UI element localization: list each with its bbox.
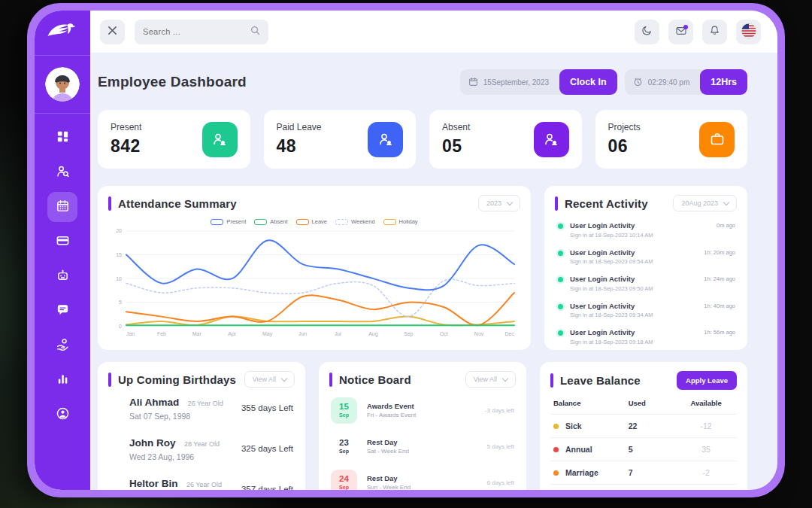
- notice-item[interactable]: 23 Sep Rest Day Sat - Week End 5 days le…: [329, 428, 516, 464]
- birthday-name: John Roy: [129, 437, 176, 449]
- view-all-value: View All: [253, 376, 276, 383]
- app-logo[interactable]: [35, 11, 90, 56]
- notifications-button[interactable]: [702, 20, 727, 44]
- notice-item[interactable]: 15 Sep Awards Event Fri - Awards Event -…: [329, 392, 516, 428]
- table-row[interactable]: Annual 5 35: [550, 437, 737, 461]
- svg-text:10: 10: [116, 276, 122, 281]
- legend-item: Weekend: [335, 218, 375, 225]
- messages-button[interactable]: [668, 20, 693, 44]
- sidebar-item-payroll[interactable]: [47, 330, 77, 360]
- stat-label: Paid Leave: [277, 122, 322, 132]
- activity-item[interactable]: User Login Activity Sign in at 18-Sep-20…: [555, 297, 737, 324]
- notice-subtitle: Sat - Week End: [367, 448, 409, 455]
- year-select-value: 2023: [486, 199, 501, 207]
- notice-subtitle: Sun - Week End: [367, 484, 411, 490]
- activity-item[interactable]: User Login Activity Sign in at 18-Sep-20…: [555, 324, 737, 350]
- svg-text:Mar: Mar: [192, 331, 202, 336]
- table-row[interactable]: Marriage 7 -2: [550, 461, 737, 484]
- chart-legend: PresentAbsentLeaveWeekendHoliday: [108, 218, 520, 225]
- stat-card-paid-leave: Paid Leave 48: [264, 110, 417, 169]
- activity-item[interactable]: User Login Activity Sign in at 18-Sep-20…: [555, 217, 737, 244]
- sidebar-item-employees[interactable]: [47, 157, 77, 187]
- page-title: Employee Dashboard: [98, 74, 247, 90]
- activity-list: User Login Activity Sign in at 18-Sep-20…: [555, 217, 737, 350]
- notice-view-all-select[interactable]: View All: [465, 371, 516, 388]
- app-window: Employee Dashboard 15September, 2023 Clo…: [35, 11, 777, 490]
- notice-days-left: -3 days left: [485, 407, 514, 414]
- activity-item[interactable]: User Login Activity Sign in at 18-Sep-20…: [555, 244, 737, 271]
- activity-subtitle: Sign in at 18-Sep-2023 10:14 AM: [570, 232, 653, 239]
- employee-search-icon: [56, 164, 70, 181]
- activity-date-select[interactable]: 20Aug 2023: [673, 195, 737, 211]
- apply-leave-button[interactable]: Apply Leave: [677, 371, 737, 390]
- unread-dot: [683, 25, 688, 29]
- attendance-line-chart: 05101520JanFebMarAprMayJunJulAugSepOctNo…: [108, 227, 520, 339]
- accent-bar: [555, 196, 558, 211]
- sidebar-item-dashboard[interactable]: [47, 123, 77, 153]
- table-row[interactable]: Hajj 0 40: [550, 484, 737, 490]
- charts-row: Attendance Summary 2023 PresentAbsentLea…: [98, 186, 747, 350]
- sidebar-item-profile[interactable]: [47, 400, 77, 430]
- accent-bar: [108, 373, 111, 387]
- sidebar: [35, 11, 90, 490]
- svg-text:Nov: Nov: [474, 331, 484, 336]
- birthday-name: Ali Ahmad: [129, 397, 179, 408]
- activity-subtitle: Sign in at 18-Sep-2023 09:50 AM: [570, 285, 653, 292]
- svg-text:Apr: Apr: [228, 331, 237, 337]
- chevron-down-icon: [723, 199, 729, 205]
- topbar-actions: [635, 20, 761, 44]
- profile-circle-icon: [56, 406, 70, 424]
- stat-value: 842: [111, 136, 141, 157]
- activity-time: 1h: 24m ago: [704, 275, 735, 282]
- sidebar-item-attendance[interactable]: [47, 192, 77, 222]
- stat-label: Projects: [608, 122, 641, 132]
- activity-item[interactable]: User Login Activity Sign in at 18-Sep-20…: [555, 270, 737, 297]
- activity-time: 1h: 40m ago: [704, 302, 735, 309]
- sidebar-item-reports[interactable]: [47, 365, 77, 395]
- notice-title: Rest Day: [367, 474, 411, 482]
- page-header: Employee Dashboard 15September, 2023 Clo…: [98, 62, 747, 110]
- card-title: Attendance Summary: [118, 197, 471, 210]
- notice-title: Rest Day: [367, 438, 409, 446]
- topbar: [90, 11, 777, 53]
- activity-subtitle: Sign in at 18-Sep-2023 09:18 AM: [570, 339, 653, 345]
- date-badge: 23 Sep: [331, 433, 357, 460]
- notice-item[interactable]: 24 Sep Rest Day Sun - Week End 6 days le…: [329, 464, 516, 490]
- birthday-days-left: 357 days Left: [241, 485, 293, 490]
- activity-title: User Login Activity: [570, 221, 653, 230]
- birthday-item[interactable]: John Roy 28 Year Old Wed 23 Aug, 1996 32…: [108, 428, 295, 469]
- sidebar-nav: [35, 123, 90, 430]
- svg-text:Feb: Feb: [157, 331, 166, 336]
- birthdays-view-all-select[interactable]: View All: [244, 371, 295, 388]
- birthday-item[interactable]: Heltor Bin 26 Year Old Mon 09 Sep, 1998 …: [108, 469, 295, 490]
- activity-time: 0m ago: [717, 221, 735, 229]
- svg-text:Sep: Sep: [404, 331, 414, 337]
- leave-type-dot: [553, 424, 559, 429]
- sidebar-item-chat[interactable]: [47, 296, 77, 326]
- search-input[interactable]: [143, 27, 250, 36]
- activity-subtitle: Sign in at 18-Sep-2023 09:34 AM: [570, 312, 653, 318]
- year-select[interactable]: 2023: [478, 195, 520, 211]
- shift-button[interactable]: 12Hrs: [700, 69, 747, 95]
- date-badge: 15 Sep: [331, 397, 357, 424]
- svg-text:20: 20: [116, 228, 122, 233]
- stat-card-present: Present 842: [98, 110, 250, 169]
- birthday-age: 26 Year Old: [188, 400, 223, 407]
- device-frame: Employee Dashboard 15September, 2023 Clo…: [27, 3, 785, 497]
- birthday-item[interactable]: Ali Ahmad 26 Year Old Sat 07 Sep, 1998 3…: [108, 388, 295, 428]
- search-box[interactable]: [135, 20, 268, 44]
- table-row[interactable]: Sick 22 -12: [550, 414, 737, 437]
- svg-text:May: May: [262, 331, 273, 337]
- user-avatar[interactable]: [45, 67, 80, 102]
- language-button[interactable]: [736, 20, 761, 44]
- svg-text:Aug: Aug: [368, 331, 378, 337]
- birthdays-card: Up Coming Birthdays View All Ali Ahmad 2…: [98, 362, 305, 490]
- clock-in-button[interactable]: Clock In: [559, 69, 617, 95]
- dark-mode-button[interactable]: [635, 20, 659, 44]
- sidebar-item-payments[interactable]: [47, 227, 77, 257]
- birthday-date: Wed 23 Aug, 1996: [129, 452, 220, 461]
- close-icon: [108, 26, 117, 38]
- calendar-icon: [56, 199, 70, 216]
- sidebar-item-bot[interactable]: [47, 261, 77, 291]
- close-button[interactable]: [100, 20, 125, 44]
